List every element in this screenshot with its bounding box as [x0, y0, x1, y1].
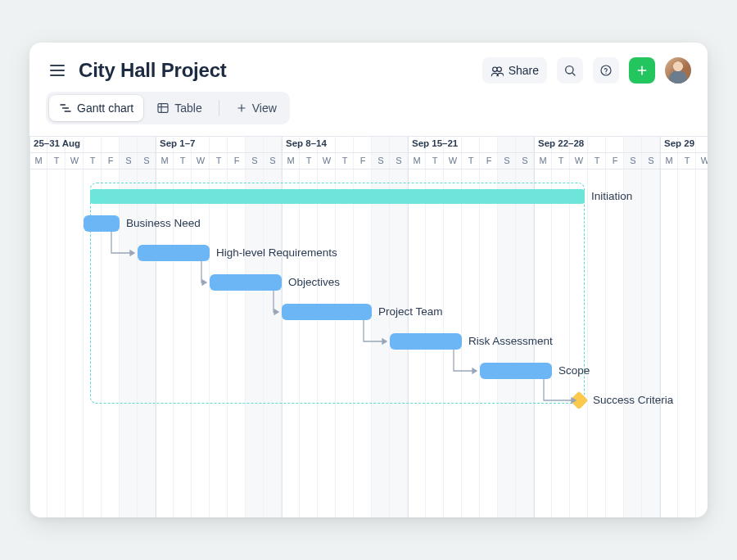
- phase-label: Initiation: [591, 190, 632, 202]
- day-label: T: [47, 156, 66, 165]
- task-label: Risk Assessment: [468, 335, 553, 347]
- week-label: Sep 15–21: [408, 138, 458, 148]
- day-label: T: [300, 156, 318, 165]
- day-label: S: [642, 156, 660, 165]
- task-bar[interactable]: [480, 363, 552, 379]
- plus-icon: [236, 102, 247, 114]
- gantt-chart-area: InitiationBusiness NeedHigh-level Requir…: [29, 169, 708, 517]
- page-title: City Hall Project: [79, 59, 227, 82]
- day-label: W: [318, 156, 336, 165]
- day-label: W: [570, 156, 588, 165]
- svg-point-2: [605, 73, 606, 74]
- week-header: 25–31 AugSep 1–7Sep 8–14Sep 15–21Sep 22–…: [29, 137, 708, 153]
- tab-gantt[interactable]: Gantt chart: [49, 95, 143, 121]
- share-label: Share: [509, 64, 539, 77]
- gantt-icon: [59, 102, 72, 115]
- tab-separator: [219, 100, 219, 116]
- task-label: Project Team: [378, 305, 443, 318]
- day-label: M: [29, 156, 47, 165]
- gantt-timeline[interactable]: 25–31 AugSep 1–7Sep 8–14Sep 15–21Sep 22–…: [29, 136, 708, 517]
- help-button[interactable]: [593, 57, 619, 84]
- day-label: S: [624, 156, 642, 165]
- week-label: Sep 22–28: [534, 138, 584, 148]
- day-label: W: [696, 156, 708, 165]
- view-tabs-group: Gantt chart Table View: [46, 92, 290, 124]
- day-label: S: [264, 156, 282, 165]
- search-button[interactable]: [557, 57, 583, 84]
- day-label: F: [480, 156, 498, 165]
- day-label: S: [498, 156, 516, 165]
- table-icon: [156, 102, 170, 115]
- task-label: High-level Requirements: [216, 246, 337, 259]
- task-bar[interactable]: [282, 304, 372, 320]
- tab-table-label: Table: [174, 102, 201, 115]
- share-button[interactable]: Share: [482, 57, 547, 84]
- day-label: T: [552, 156, 570, 165]
- day-label: M: [534, 156, 552, 165]
- day-label: F: [354, 156, 372, 165]
- day-label: W: [444, 156, 462, 165]
- add-view-label: View: [252, 102, 277, 115]
- day-label: S: [516, 156, 534, 165]
- day-label: F: [228, 156, 246, 165]
- day-label: T: [462, 156, 480, 165]
- task-label: Scope: [558, 364, 590, 377]
- day-label: M: [408, 156, 426, 165]
- day-label: T: [678, 156, 696, 165]
- day-label: T: [84, 156, 102, 165]
- day-label: M: [282, 156, 300, 165]
- add-button[interactable]: [629, 57, 655, 84]
- week-label: Sep 8–14: [282, 138, 327, 148]
- plus-icon: [635, 64, 649, 77]
- day-label: F: [606, 156, 624, 165]
- day-label: S: [390, 156, 408, 165]
- day-label: M: [156, 156, 174, 165]
- tab-table[interactable]: Table: [147, 95, 211, 121]
- day-label: M: [660, 156, 678, 165]
- task-bar[interactable]: [390, 333, 462, 350]
- week-label: Sep 29: [660, 138, 694, 148]
- search-icon: [563, 64, 576, 77]
- task-bar[interactable]: [138, 245, 210, 261]
- day-label: T: [210, 156, 228, 165]
- day-label: W: [192, 156, 210, 165]
- day-label: T: [174, 156, 192, 165]
- task-label: Objectives: [288, 276, 340, 288]
- day-label: T: [336, 156, 354, 165]
- menu-button[interactable]: [46, 59, 69, 82]
- day-label: F: [102, 156, 120, 165]
- help-icon: [599, 64, 613, 77]
- day-label: S: [372, 156, 390, 165]
- day-label: W: [66, 156, 84, 165]
- day-label: S: [138, 156, 156, 165]
- day-label: S: [246, 156, 264, 165]
- view-tabs: Gantt chart Table View: [29, 92, 708, 136]
- task-bar[interactable]: [210, 274, 282, 291]
- task-label: Business Need: [126, 217, 201, 229]
- avatar[interactable]: [665, 57, 691, 84]
- day-label: S: [120, 156, 138, 165]
- week-label: Sep 1–7: [156, 138, 195, 148]
- menu-icon: [50, 65, 65, 76]
- svg-point-0: [566, 66, 573, 74]
- day-label: T: [588, 156, 606, 165]
- header: City Hall Project Share: [29, 43, 708, 92]
- week-label: 25–31 Aug: [29, 138, 80, 148]
- milestone-label: Success Criteria: [593, 394, 673, 406]
- day-header: MTWTFSSMTWTFSSMTWTFSSMTWTFSSMTWTFSSMTW: [29, 153, 708, 169]
- svg-point-1: [601, 65, 611, 75]
- tab-gantt-label: Gantt chart: [77, 102, 133, 115]
- app-window: City Hall Project Share Gantt chart Tabl…: [29, 43, 708, 517]
- phase-summary-bar[interactable]: [90, 189, 585, 204]
- svg-rect-3: [158, 104, 168, 113]
- day-label: T: [426, 156, 444, 165]
- task-bar[interactable]: [84, 215, 120, 232]
- share-icon: [491, 64, 504, 77]
- add-view-button[interactable]: View: [226, 95, 287, 121]
